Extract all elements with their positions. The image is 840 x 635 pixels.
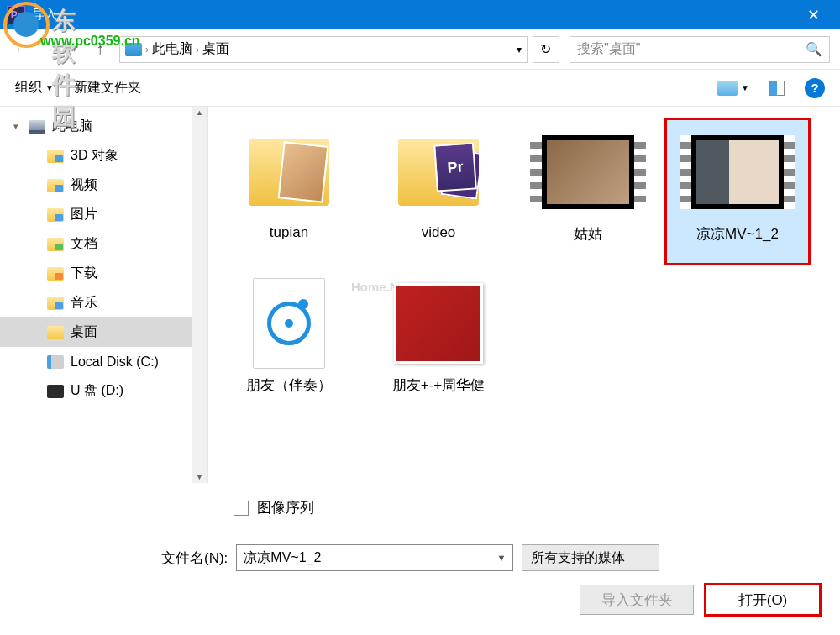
file-item-4[interactable]: 朋友（伴奏） xyxy=(217,270,361,416)
usb-icon xyxy=(47,385,64,398)
file-item-1[interactable]: Prvideo xyxy=(366,118,511,265)
file-label: 朋友+-+周华健 xyxy=(392,375,486,395)
folder-blue-icon xyxy=(47,297,64,310)
file-item-3[interactable]: 凉凉MV~1_2 xyxy=(665,118,810,265)
main-area: ▾此电脑3D 对象视频图片文档下载音乐桌面Local Disk (C:)U 盘 … xyxy=(0,107,840,483)
sidebar-item-label: 下载 xyxy=(71,265,97,282)
file-item-5[interactable]: 朋友+-+周华健 xyxy=(366,270,511,416)
sidebar-item-9[interactable]: U 盘 (D:) xyxy=(0,376,207,406)
breadcrumb-desktop[interactable]: 桌面 xyxy=(202,40,229,58)
folder-blue-icon xyxy=(47,208,64,222)
sidebar-item-1[interactable]: 3D 对象 xyxy=(0,141,207,171)
file-label: tupian xyxy=(270,224,308,241)
sidebar-item-label: Local Disk (C:) xyxy=(71,354,159,370)
chevron-down-icon[interactable]: ▾ xyxy=(13,121,22,132)
bottom-panel: 文件名(N): 凉凉MV~1_2 ▼ 所有支持的媒体 导入文件夹 打开(O) xyxy=(0,533,840,627)
sidebar-item-label: 桌面 xyxy=(71,323,97,341)
scrollbar[interactable] xyxy=(192,107,207,483)
image-sequence-label: 图像序列 xyxy=(257,498,314,517)
import-folder-button[interactable]: 导入文件夹 xyxy=(580,585,694,615)
close-button[interactable]: ✕ xyxy=(793,0,833,29)
folder-plain-icon xyxy=(47,326,64,339)
up-button[interactable]: ↑ xyxy=(91,39,109,59)
pc-icon xyxy=(29,120,45,134)
image-icon xyxy=(394,283,483,364)
forward-button[interactable]: → xyxy=(37,39,59,60)
window-title: 导入 xyxy=(32,7,793,23)
file-grid[interactable]: Home.NET tupianPrvideo姑姑凉凉MV~1_2朋友（伴奏）朋友… xyxy=(208,107,840,483)
sidebar-item-6[interactable]: 音乐 xyxy=(0,288,207,318)
folder-green-icon xyxy=(47,238,64,251)
search-input[interactable]: 搜索"桌面" 🔍 xyxy=(570,36,830,63)
breadcrumb[interactable]: › 此电脑 › 桌面 ▾ xyxy=(119,36,528,63)
thumbnail-icon xyxy=(717,81,738,96)
filetype-dropdown[interactable]: 所有支持的媒体 xyxy=(522,544,659,571)
disk-icon xyxy=(47,355,64,369)
sidebar-item-label: 音乐 xyxy=(71,294,97,312)
preview-pane-button[interactable] xyxy=(769,81,785,96)
toolbar: 组织▼ 新建文件夹 ▼ ? xyxy=(0,70,840,107)
sidebar-item-label: 视频 xyxy=(71,176,97,194)
file-label: video xyxy=(422,224,456,241)
sidebar-item-label: 3D 对象 xyxy=(71,147,118,165)
folder-orange-icon xyxy=(47,267,64,281)
breadcrumb-pc[interactable]: 此电脑 xyxy=(152,40,192,58)
chevron-right-icon: › xyxy=(196,44,199,55)
sidebar-item-label: U 盘 (D:) xyxy=(71,382,123,400)
filename-input[interactable]: 凉凉MV~1_2 ▼ xyxy=(236,544,513,571)
file-label: 朋友（伴奏） xyxy=(246,375,332,395)
back-button[interactable]: ← xyxy=(10,39,32,60)
sidebar: ▾此电脑3D 对象视频图片文档下载音乐桌面Local Disk (C:)U 盘 … xyxy=(0,107,208,483)
filename-label: 文件名(N): xyxy=(161,548,228,568)
sidebar-item-label: 文档 xyxy=(71,235,97,253)
open-button[interactable]: 打开(O) xyxy=(706,585,820,615)
chevron-right-icon: › xyxy=(145,44,149,55)
sidebar-item-2[interactable]: 视频 xyxy=(0,171,207,200)
options-row: 图像序列 xyxy=(0,483,840,533)
file-item-0[interactable]: tupian xyxy=(217,118,361,265)
file-label: 姑姑 xyxy=(574,224,602,244)
sidebar-item-5[interactable]: 下载 xyxy=(0,259,207,288)
app-icon: Pr xyxy=(7,6,25,24)
folder-blue-icon xyxy=(47,150,64,163)
chevron-down-icon[interactable]: ▼ xyxy=(496,553,506,563)
view-mode-button[interactable]: ▼ xyxy=(717,81,749,96)
folder-icon xyxy=(249,139,329,206)
panel-icon xyxy=(769,81,785,96)
file-item-2[interactable]: 姑姑 xyxy=(516,118,660,265)
new-folder-button[interactable]: 新建文件夹 xyxy=(74,79,141,97)
sidebar-item-3[interactable]: 图片 xyxy=(0,200,207,229)
image-sequence-checkbox[interactable] xyxy=(234,501,249,516)
search-icon: 🔍 xyxy=(806,41,822,57)
titlebar: Pr 导入 ✕ xyxy=(0,0,840,29)
organize-menu[interactable]: 组织▼ xyxy=(15,79,54,97)
pc-icon xyxy=(125,43,142,56)
refresh-button[interactable]: ↻ xyxy=(533,36,559,63)
folder-blue-icon xyxy=(47,179,64,192)
sidebar-item-0[interactable]: ▾此电脑 xyxy=(0,112,207,141)
file-label: 凉凉MV~1_2 xyxy=(696,224,779,244)
sidebar-item-4[interactable]: 文档 xyxy=(0,229,207,259)
sidebar-item-8[interactable]: Local Disk (C:) xyxy=(0,347,207,376)
sidebar-item-label: 此电脑 xyxy=(52,118,92,135)
history-dropdown[interactable]: ▾ xyxy=(64,39,86,60)
video-icon xyxy=(691,135,784,209)
chevron-down-icon[interactable]: ▾ xyxy=(517,44,522,55)
video-icon xyxy=(542,135,634,209)
help-button[interactable]: ? xyxy=(805,78,825,98)
sidebar-item-7[interactable]: 桌面 xyxy=(0,318,207,347)
sidebar-item-label: 图片 xyxy=(71,206,97,223)
audio-icon xyxy=(253,278,325,369)
folder-icon: Pr xyxy=(398,139,479,206)
navigation-bar: ← → ▾ ↑ › 此电脑 › 桌面 ▾ ↻ 搜索"桌面" 🔍 xyxy=(0,29,840,70)
